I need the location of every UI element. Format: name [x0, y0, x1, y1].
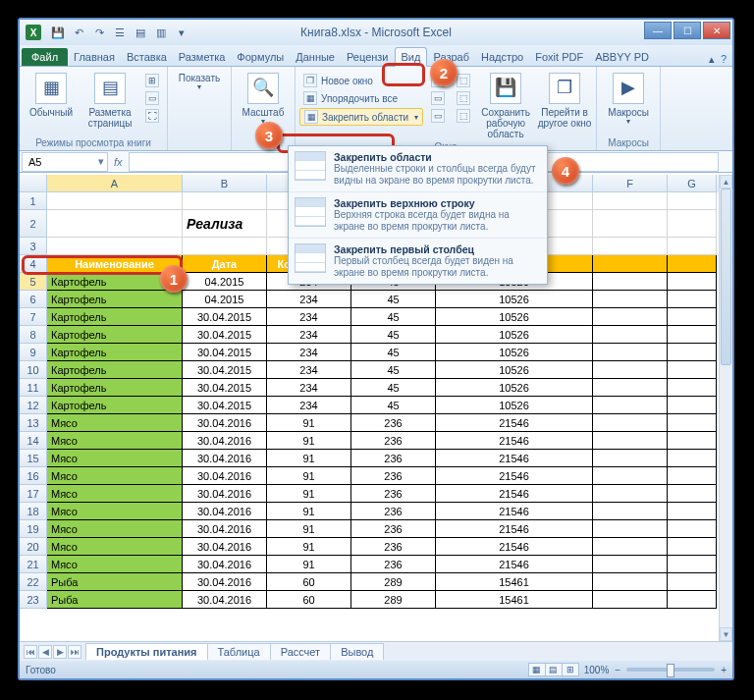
tab-Данные[interactable]: Данные: [290, 48, 341, 66]
tab-Формулы[interactable]: Формулы: [231, 48, 290, 66]
cell[interactable]: Мясо: [47, 432, 183, 450]
cell[interactable]: 236: [351, 503, 436, 520]
help-icon[interactable]: ?: [721, 53, 727, 66]
view-pagelayout-button[interactable]: ▤Разметка страницы: [82, 69, 137, 135]
tab-Главная[interactable]: Главная: [68, 48, 121, 66]
cell[interactable]: 91: [267, 414, 351, 432]
cell[interactable]: [593, 361, 668, 379]
cell[interactable]: Картофель: [47, 397, 183, 414]
cell[interactable]: [593, 485, 668, 503]
cell[interactable]: 10526: [436, 326, 593, 344]
cell[interactable]: Реализа: [183, 210, 267, 238]
cell[interactable]: [593, 344, 668, 361]
fx-icon[interactable]: fx: [114, 156, 123, 168]
cell[interactable]: 234: [267, 379, 351, 397]
cell[interactable]: [668, 467, 717, 485]
cell[interactable]: 30.04.2015: [183, 361, 267, 379]
cell[interactable]: [593, 573, 668, 591]
cell[interactable]: 10526: [436, 397, 593, 414]
row-header[interactable]: 1: [20, 192, 47, 210]
cell[interactable]: [593, 273, 668, 291]
column-header-A[interactable]: A: [47, 175, 183, 192]
cell[interactable]: [668, 361, 717, 379]
cell[interactable]: Картофель: [47, 344, 183, 361]
cell[interactable]: 236: [351, 485, 436, 503]
row-header[interactable]: 17: [20, 485, 47, 503]
view-pagebreak-button[interactable]: ⊞: [141, 73, 163, 88]
cell[interactable]: 21546: [436, 432, 593, 450]
cell[interactable]: 91: [267, 520, 351, 538]
cell[interactable]: Рыба: [47, 573, 183, 591]
macros-button[interactable]: ▶Макросы▾: [601, 69, 656, 135]
cell[interactable]: [668, 397, 717, 414]
cell[interactable]: Картофель: [47, 379, 183, 397]
cell[interactable]: [47, 210, 183, 238]
name-box[interactable]: A5▾: [22, 152, 108, 172]
cell[interactable]: [668, 273, 717, 291]
cell[interactable]: [593, 591, 668, 609]
cell[interactable]: [593, 192, 668, 210]
cell[interactable]: 236: [351, 538, 436, 556]
cell[interactable]: 236: [351, 556, 436, 573]
cell[interactable]: [593, 450, 668, 467]
cell[interactable]: 10526: [436, 291, 593, 308]
show-button[interactable]: Показать▾: [172, 69, 227, 146]
row-header[interactable]: 11: [20, 379, 47, 397]
row-header[interactable]: 4: [20, 255, 47, 273]
cell[interactable]: 21546: [436, 503, 593, 520]
cell[interactable]: [668, 432, 717, 450]
row-header[interactable]: 18: [20, 503, 47, 520]
cell[interactable]: [593, 520, 668, 538]
cell[interactable]: 21546: [436, 414, 593, 432]
cell[interactable]: 30.04.2016: [183, 467, 267, 485]
cell[interactable]: [47, 238, 183, 255]
new-window-button[interactable]: ❐Новое окно: [299, 73, 423, 88]
unhide-button[interactable]: ▭: [427, 108, 449, 124]
cell[interactable]: Мясо: [47, 556, 183, 573]
cell[interactable]: [668, 344, 717, 361]
cell[interactable]: [668, 326, 717, 344]
cell[interactable]: 236: [351, 432, 436, 450]
cell[interactable]: 91: [267, 503, 351, 520]
sheet-nav-prev-icon[interactable]: ◀: [38, 645, 52, 659]
row-header[interactable]: 8: [20, 326, 47, 344]
cell[interactable]: [668, 192, 717, 210]
cell[interactable]: [668, 238, 717, 255]
cell[interactable]: Мясо: [47, 414, 183, 432]
win-opt2-button[interactable]: ⬚: [453, 90, 474, 106]
cell[interactable]: [593, 467, 668, 485]
row-header[interactable]: 19: [20, 520, 47, 538]
cell[interactable]: 30.04.2016: [183, 450, 267, 467]
cell[interactable]: [593, 379, 668, 397]
cell[interactable]: 91: [267, 556, 351, 573]
qat-dropdown-icon[interactable]: ▾: [173, 24, 190, 41]
cell[interactable]: [668, 485, 717, 503]
qat-icon[interactable]: ▥: [152, 24, 170, 41]
freeze-panes-button[interactable]: ▦Закрепить области▾: [299, 108, 423, 126]
tab-Разметка[interactable]: Разметка: [173, 48, 232, 66]
cell[interactable]: 236: [351, 520, 436, 538]
cell[interactable]: 234: [267, 326, 351, 344]
cell[interactable]: [668, 210, 717, 238]
cell[interactable]: [593, 210, 668, 238]
maximize-button[interactable]: ☐: [673, 22, 701, 39]
cell[interactable]: 30.04.2016: [183, 591, 267, 609]
tab-file[interactable]: Файл: [22, 48, 68, 66]
select-all-corner[interactable]: [20, 175, 47, 192]
cell[interactable]: 91: [267, 485, 351, 503]
close-button[interactable]: ✕: [703, 22, 730, 39]
cell[interactable]: 30.04.2016: [183, 520, 267, 538]
cell[interactable]: [668, 255, 717, 273]
row-header[interactable]: 9: [20, 344, 47, 361]
cell[interactable]: [668, 573, 717, 591]
tab-Вставка[interactable]: Вставка: [121, 48, 173, 66]
cell[interactable]: [668, 520, 717, 538]
view-pagelayout-icon[interactable]: ▤: [545, 663, 563, 676]
undo-icon[interactable]: ↶: [70, 24, 87, 41]
freeze-option-1[interactable]: Закрепить верхнюю строкуВерхняя строка в…: [289, 192, 547, 239]
row-header[interactable]: 3: [20, 238, 47, 255]
sheet-tab[interactable]: Вывод: [330, 643, 384, 660]
row-header[interactable]: 5: [20, 273, 47, 291]
cell[interactable]: [668, 291, 717, 308]
cell[interactable]: 30.04.2016: [183, 432, 267, 450]
